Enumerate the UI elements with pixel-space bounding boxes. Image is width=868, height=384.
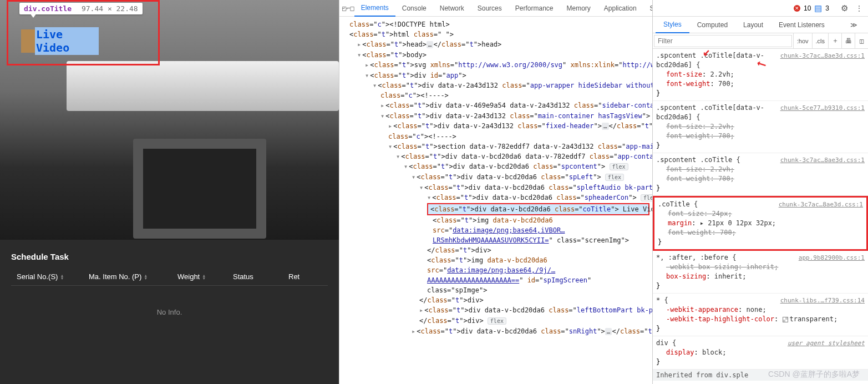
tab-application[interactable]: Application bbox=[597, 0, 643, 17]
app-preview-panel: div.coTitle 97.44 × 22.48 Live Video Sch… bbox=[0, 0, 339, 384]
dom-tree[interactable]: class="c"><!DOCTYPE html><class="t">html… bbox=[339, 17, 652, 384]
cls-button[interactable]: .cls bbox=[812, 33, 829, 49]
col-serial[interactable]: Serial No.(S)▲▼ bbox=[11, 272, 89, 281]
video-content bbox=[67, 61, 339, 111]
error-count[interactable]: 10 bbox=[804, 4, 811, 12]
hov-button[interactable]: :hov bbox=[793, 33, 812, 49]
table-header: Serial No.(S)▲▼ Ma. Item No. (P)▲▼ Weigh… bbox=[11, 268, 328, 286]
messages-count[interactable]: 3 bbox=[825, 4, 829, 12]
devtools-tabs: ◰ ⌐□ Elements Console Network Sources Pe… bbox=[339, 0, 652, 17]
tooltip-selector: div.coTitle bbox=[24, 4, 72, 13]
subtab-computed[interactable]: Computed bbox=[689, 17, 735, 33]
settings-icon[interactable]: ⚙ bbox=[841, 3, 848, 13]
styles-filter-row: :hov .cls ＋ 🖶 ◫ bbox=[653, 33, 868, 49]
filter-input[interactable] bbox=[654, 35, 792, 47]
tooltip-arrow bbox=[30, 13, 37, 18]
devtools-styles-panel: ✕10 ▤3 ⚙ ⋮ Styles Computed Layout Event … bbox=[652, 0, 868, 384]
tooltip-dimensions: 97.44 × 22.48 bbox=[82, 4, 138, 13]
inspect-tooltip: div.coTitle 97.44 × 22.48 bbox=[19, 3, 143, 14]
css-rules-list[interactable]: ↙⟵chunk-3c7ac…8ae3d.css:1.spcontent .coT… bbox=[653, 49, 868, 384]
tab-console[interactable]: Console bbox=[395, 0, 433, 17]
col-status: Status bbox=[233, 272, 288, 281]
no-info-text: No Info. bbox=[11, 308, 328, 316]
error-icon[interactable]: ✕ bbox=[794, 5, 800, 12]
devtools-status-bar: ✕10 ▤3 ⚙ ⋮ bbox=[653, 0, 868, 17]
more-tabs-icon[interactable]: ≫ bbox=[842, 17, 865, 33]
col-ret: Ret bbox=[288, 272, 322, 281]
sort-icon[interactable]: ▲▼ bbox=[202, 274, 206, 280]
subtab-listeners[interactable]: Event Listeners bbox=[771, 17, 833, 33]
schedule-task-panel: Schedule Task Serial No.(S)▲▼ Ma. Item N… bbox=[0, 240, 339, 384]
col-weight[interactable]: Weight▲▼ bbox=[177, 272, 233, 281]
tab-performance[interactable]: Performance bbox=[509, 0, 560, 17]
tab-memory[interactable]: Memory bbox=[560, 0, 597, 17]
subtab-layout[interactable]: Layout bbox=[735, 17, 771, 33]
tab-network[interactable]: Network bbox=[433, 0, 471, 17]
print-icon[interactable]: 🖶 bbox=[841, 33, 855, 49]
schedule-title: Schedule Task bbox=[11, 252, 328, 261]
messages-icon[interactable]: ▤ bbox=[814, 3, 822, 13]
sort-icon[interactable]: ▲▼ bbox=[60, 274, 64, 280]
subtab-styles[interactable]: Styles bbox=[656, 17, 689, 33]
styles-subtabs: Styles Computed Layout Event Listeners ≫ bbox=[653, 17, 868, 33]
sort-icon[interactable]: ▲▼ bbox=[144, 274, 148, 280]
video-content bbox=[133, 139, 266, 239]
inspect-icon[interactable]: ◰ bbox=[342, 4, 346, 12]
more-icon[interactable]: ⋮ bbox=[856, 4, 862, 12]
tab-sources[interactable]: Sources bbox=[471, 0, 509, 17]
panel-icon[interactable]: ◫ bbox=[855, 33, 868, 49]
devtools-elements-panel: ◰ ⌐□ Elements Console Network Sources Pe… bbox=[339, 0, 652, 384]
tab-elements[interactable]: Elements bbox=[354, 0, 395, 17]
device-icon[interactable]: ⌐□ bbox=[346, 4, 354, 12]
col-item[interactable]: Ma. Item No. (P)▲▼ bbox=[89, 272, 177, 281]
new-rule-icon[interactable]: ＋ bbox=[828, 33, 841, 49]
